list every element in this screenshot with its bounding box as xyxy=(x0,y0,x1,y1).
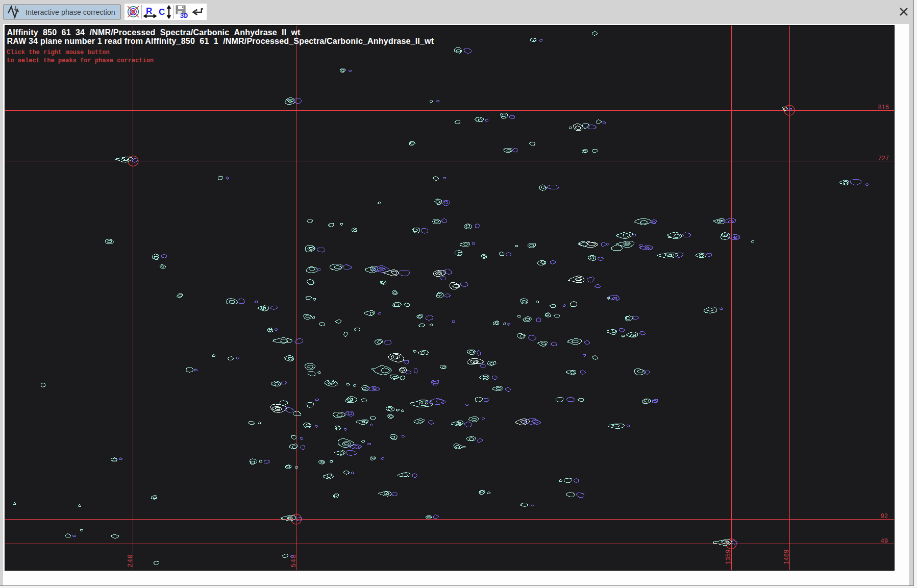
svg-text:R: R xyxy=(146,6,152,16)
svg-text:240: 240 xyxy=(127,554,134,567)
svg-text:C: C xyxy=(159,7,165,17)
svg-text:816: 816 xyxy=(878,104,889,111)
svg-text:1469: 1469 xyxy=(783,549,790,565)
svg-text:3D: 3D xyxy=(180,12,188,20)
svg-text:92: 92 xyxy=(881,513,888,520)
svg-text:1359: 1359 xyxy=(725,549,732,565)
svg-text:727: 727 xyxy=(878,155,889,162)
svg-text:49: 49 xyxy=(881,538,888,545)
